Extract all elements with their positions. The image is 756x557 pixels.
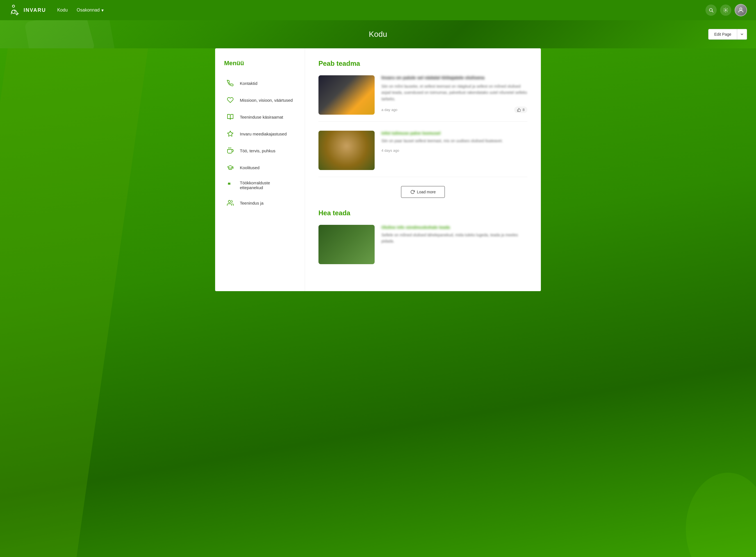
main-card: Menüü Kontaktid Missioon, visioon, väärt… (215, 48, 541, 291)
chevron-down-icon (740, 32, 744, 36)
hea-teada-excerpt-1: Sellele on mõned olulised tähelepanekud,… (381, 232, 527, 244)
sidebar-item-missioon[interactable]: Missioon, visioon, väärtused (224, 93, 296, 107)
sidebar-item-tookorralduste[interactable]: ❝ Töökkorralduste ettepanekud (224, 177, 296, 193)
search-icon (708, 8, 714, 13)
chevron-down-icon: ▾ (101, 8, 104, 13)
sidebar-item-kontaktid[interactable]: Kontaktid (224, 76, 296, 90)
header-actions (705, 4, 747, 16)
news-excerpt-1: Siin on mõni lauseke, et sellest teemast… (381, 83, 527, 102)
avatar (735, 4, 747, 16)
svg-point-5 (740, 8, 742, 10)
news-thumbnail-1[interactable] (318, 75, 375, 115)
search-button[interactable] (705, 4, 717, 16)
site-header: INVARU Kodu Osakonnad ▾ (0, 0, 756, 20)
star-icon (226, 130, 234, 138)
peab-teadma-title: Peab teadma (318, 60, 527, 67)
sidebar-item-label: Töökkorralduste ettepanekud (240, 180, 293, 190)
coffee-icon (226, 147, 234, 154)
hea-teada-section: Hea teada Oluline info sündmuskohale tea… (318, 209, 527, 271)
book-icon (226, 113, 234, 121)
people-icon (226, 199, 234, 207)
likes-count: 8 (523, 108, 525, 112)
svg-marker-6 (227, 131, 233, 136)
hero-section: Kodu Edit Page (0, 20, 756, 48)
news-time-2: 4 days ago (381, 148, 399, 153)
news-item-1: Invaru on palule sel nädalal töötajatele… (318, 75, 527, 122)
news-meta-1: a day ago 8 (381, 107, 527, 113)
nav-osakonnad[interactable]: Osakonnad ▾ (77, 8, 104, 13)
logo-text: INVARU (24, 7, 46, 13)
page-title: Kodu (369, 30, 387, 39)
svg-point-11 (228, 200, 230, 203)
settings-button[interactable] (720, 4, 731, 16)
sidebar-item-label: Töö, tervis, puhkus (240, 148, 276, 153)
news-thumbnail-2[interactable] (318, 131, 375, 170)
sidebar-item-teeninduse[interactable]: Teeninduse käsiraamat (224, 110, 296, 124)
sidebar-item-label: Kontaktid (240, 81, 257, 86)
heart-icon (226, 96, 234, 104)
edit-page-area: Edit Page (708, 29, 747, 40)
news-likes-1[interactable]: 8 (514, 107, 527, 113)
hea-teada-title: Hea teada (318, 209, 527, 217)
peab-teadma-section: Peab teadma Invaru on palule sel nädalal… (318, 60, 527, 198)
sidebar-title: Menüü (224, 60, 296, 67)
logo-area[interactable]: INVARU (9, 4, 46, 16)
sidebar-item-teenindus[interactable]: Teenindus ja (224, 196, 296, 210)
quote-icon: ❝ (226, 181, 234, 189)
news-meta-2: 4 days ago (381, 148, 527, 153)
refresh-icon (410, 190, 415, 194)
sidebar-item-invaru[interactable]: Invaru meediakajastused (224, 126, 296, 141)
load-more-label: Load more (417, 190, 436, 194)
news-body-2: Infot tulimuse palve loomusel Siin on pa… (381, 131, 527, 170)
hea-teada-item-1: Oluline info sündmuskohale teada Sellele… (318, 225, 527, 271)
svg-point-0 (12, 5, 14, 7)
sidebar-item-label: Koolitused (240, 165, 259, 170)
edit-page-dropdown-button[interactable] (737, 29, 747, 40)
sidebar-item-label: Teeninduse käsiraamat (240, 115, 283, 119)
page-background: Menüü Kontaktid Missioon, visioon, väärt… (0, 48, 756, 557)
load-more-button[interactable]: Load more (401, 186, 445, 198)
edit-page-button[interactable]: Edit Page (708, 29, 737, 40)
phone-icon (226, 79, 234, 87)
load-more-area: Load more (318, 186, 527, 198)
thumbs-up-icon (517, 108, 521, 112)
hea-teada-body-1: Oluline info sündmuskohale teada Sellele… (381, 225, 527, 264)
news-excerpt-2: Siin on paar lauset sellest teemast, mis… (381, 138, 527, 144)
svg-text:❝: ❝ (227, 182, 230, 188)
sidebar-item-koolitused[interactable]: Koolitused (224, 160, 296, 175)
sidebar-item-label: Missioon, visioon, väärtused (240, 98, 293, 102)
main-nav: Kodu Osakonnad ▾ (57, 8, 705, 13)
news-headline-1: Invaru on palule sel nädalal töötajatele… (381, 75, 527, 80)
svg-point-4 (725, 9, 726, 11)
gear-icon (723, 8, 728, 13)
hea-teada-headline-1: Oluline info sündmuskohale teada (381, 225, 527, 230)
logo-icon (9, 4, 21, 16)
sidebar-item-label: Invaru meediakajastused (240, 131, 287, 136)
news-body-1: Invaru on palule sel nädalal töötajatele… (381, 75, 527, 115)
main-content: Peab teadma Invaru on palule sel nädalal… (305, 48, 541, 291)
user-avatar-button[interactable] (735, 4, 747, 16)
hea-teada-thumbnail-1[interactable] (318, 225, 375, 264)
svg-line-3 (712, 11, 713, 12)
svg-point-1 (12, 10, 15, 13)
graduation-icon (226, 164, 234, 171)
sidebar: Menüü Kontaktid Missioon, visioon, väärt… (215, 48, 305, 291)
news-time-1: a day ago (381, 108, 398, 112)
news-item-2: Infot tulimuse palve loomusel Siin on pa… (318, 131, 527, 177)
menu-list: Kontaktid Missioon, visioon, väärtused T… (224, 76, 296, 210)
sidebar-item-label: Teenindus ja (240, 201, 263, 205)
news-headline-2: Infot tulimuse palve loomusel (381, 131, 527, 136)
nav-kodu[interactable]: Kodu (57, 8, 68, 13)
sidebar-item-too[interactable]: Töö, tervis, puhkus (224, 143, 296, 158)
